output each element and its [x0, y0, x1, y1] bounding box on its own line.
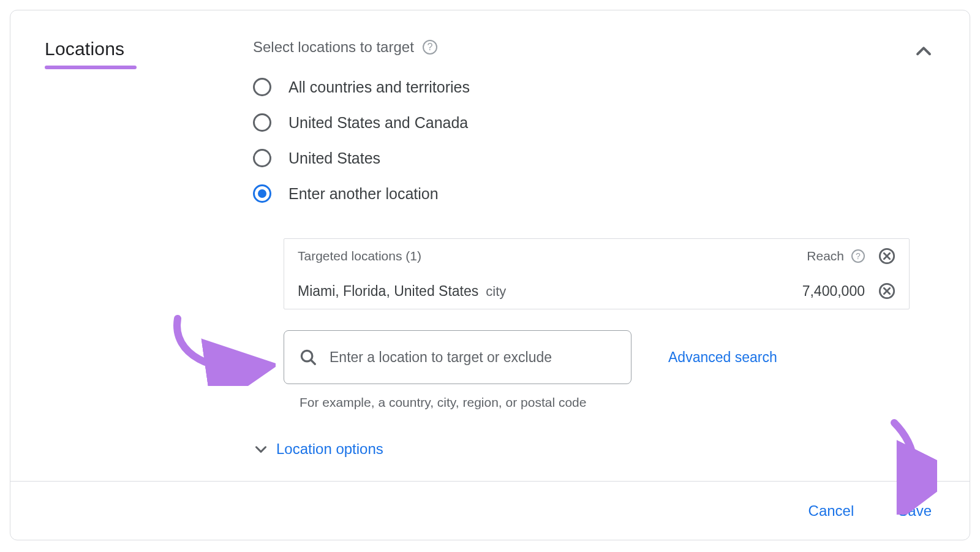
radio-option[interactable]: Enter another location: [253, 184, 934, 203]
radio-icon: [253, 113, 271, 132]
location-options-label: Location options: [276, 440, 383, 458]
location-search-input[interactable]: [328, 349, 616, 366]
search-icon: [299, 348, 317, 366]
location-options-toggle[interactable]: Location options: [253, 440, 934, 458]
location-search-box[interactable]: [284, 330, 631, 384]
footer: Cancel Save: [10, 481, 970, 540]
section-title: Locations: [45, 39, 124, 59]
radio-group: All countries and territoriesUnited Stat…: [253, 78, 934, 203]
search-helper-text: For example, a country, city, region, or…: [300, 395, 934, 410]
locations-panel: Locations Select locations to target ? A…: [10, 10, 970, 540]
help-icon[interactable]: ?: [851, 249, 865, 263]
save-button[interactable]: Save: [895, 497, 934, 524]
reach-label: Reach: [807, 249, 844, 263]
remove-row-icon[interactable]: [878, 282, 895, 300]
radio-label: All countries and territories: [288, 78, 470, 96]
radio-label: United States: [288, 149, 380, 167]
annotation-underline: [45, 66, 137, 69]
close-all-icon[interactable]: [878, 248, 895, 265]
chevron-down-icon: [253, 441, 269, 457]
targeted-locations-box: Targeted locations (1) Reach ? Miami, Fl…: [284, 238, 910, 309]
svg-line-7: [311, 360, 315, 364]
cancel-button[interactable]: Cancel: [806, 497, 857, 524]
targeted-reach: 7,400,000: [802, 283, 865, 300]
radio-option[interactable]: All countries and territories: [253, 78, 934, 96]
targeted-type: city: [486, 284, 506, 300]
radio-label: Enter another location: [288, 185, 439, 203]
radio-icon: [253, 149, 271, 167]
section-prompt: Select locations to target: [253, 39, 414, 56]
targeted-row: Miami, Florida, United Statescity7,400,0…: [284, 273, 909, 309]
radio-icon: [253, 184, 271, 203]
help-icon[interactable]: ?: [423, 40, 437, 55]
radio-label: United States and Canada: [288, 114, 468, 132]
targeted-header: Targeted locations (1): [298, 249, 421, 263]
radio-icon: [253, 78, 271, 96]
radio-option[interactable]: United States: [253, 149, 934, 167]
targeted-name: Miami, Florida, United States: [298, 283, 478, 300]
advanced-search-link[interactable]: Advanced search: [668, 349, 777, 366]
radio-option[interactable]: United States and Canada: [253, 113, 934, 132]
